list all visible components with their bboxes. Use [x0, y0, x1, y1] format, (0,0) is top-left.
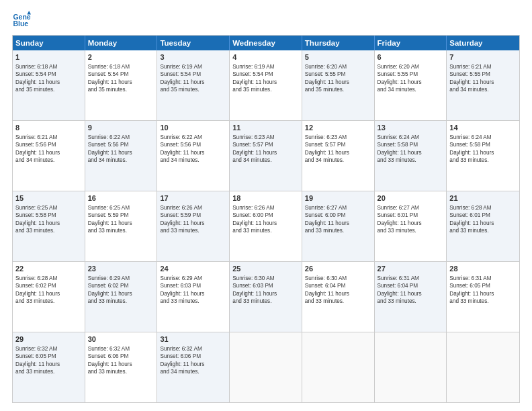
- calendar-cell: [302, 332, 375, 402]
- day-info: Sunrise: 6:18 AM Sunset: 5:54 PM Dayligh…: [88, 63, 154, 94]
- day-info: Sunrise: 6:32 AM Sunset: 6:06 PM Dayligh…: [88, 345, 154, 376]
- calendar-cell: 30Sunrise: 6:32 AM Sunset: 6:06 PM Dayli…: [85, 332, 158, 402]
- calendar-cell: 29Sunrise: 6:32 AM Sunset: 6:05 PM Dayli…: [13, 332, 85, 402]
- calendar-cell: 14Sunrise: 6:24 AM Sunset: 5:58 PM Dayli…: [447, 121, 519, 191]
- day-info: Sunrise: 6:21 AM Sunset: 5:55 PM Dayligh…: [449, 63, 517, 94]
- calendar: SundayMondayTuesdayWednesdayThursdayFrid…: [12, 35, 520, 403]
- calendar-week-1: 1Sunrise: 6:18 AM Sunset: 5:54 PM Daylig…: [13, 50, 519, 121]
- day-info: Sunrise: 6:19 AM Sunset: 5:54 PM Dayligh…: [232, 63, 299, 94]
- calendar-cell: 31Sunrise: 6:32 AM Sunset: 6:06 PM Dayli…: [157, 332, 230, 402]
- day-number: 30: [88, 334, 154, 345]
- calendar-cell: 26Sunrise: 6:30 AM Sunset: 6:04 PM Dayli…: [302, 262, 375, 332]
- day-number: 23: [88, 264, 154, 274]
- calendar-cell: [230, 332, 302, 402]
- svg-text:Blue: Blue: [13, 19, 28, 28]
- day-number: 15: [15, 193, 82, 203]
- day-info: Sunrise: 6:22 AM Sunset: 5:56 PM Dayligh…: [160, 134, 226, 165]
- calendar-cell: 28Sunrise: 6:31 AM Sunset: 6:05 PM Dayli…: [447, 262, 519, 332]
- day-info: Sunrise: 6:22 AM Sunset: 5:56 PM Dayligh…: [88, 134, 154, 165]
- day-number: 7: [449, 52, 517, 62]
- calendar-cell: [375, 332, 447, 402]
- calendar-cell: 4Sunrise: 6:19 AM Sunset: 5:54 PM Daylig…: [230, 50, 302, 120]
- calendar-cell: 7Sunrise: 6:21 AM Sunset: 5:55 PM Daylig…: [447, 50, 519, 120]
- calendar-cell: 3Sunrise: 6:19 AM Sunset: 5:54 PM Daylig…: [157, 50, 230, 120]
- day-number: 5: [305, 52, 371, 62]
- logo: General Blue: [12, 11, 32, 30]
- day-info: Sunrise: 6:23 AM Sunset: 5:57 PM Dayligh…: [305, 134, 371, 165]
- day-number: 11: [232, 123, 299, 133]
- calendar-cell: 5Sunrise: 6:20 AM Sunset: 5:55 PM Daylig…: [302, 50, 375, 120]
- calendar-cell: 25Sunrise: 6:30 AM Sunset: 6:03 PM Dayli…: [230, 262, 302, 332]
- day-info: Sunrise: 6:18 AM Sunset: 5:54 PM Dayligh…: [15, 63, 82, 94]
- header: General Blue: [12, 11, 520, 30]
- calendar-cell: 16Sunrise: 6:25 AM Sunset: 5:59 PM Dayli…: [85, 191, 158, 261]
- calendar-cell: 19Sunrise: 6:27 AM Sunset: 6:00 PM Dayli…: [302, 191, 375, 261]
- day-number: 9: [88, 123, 154, 133]
- day-number: 6: [378, 52, 444, 62]
- calendar-cell: 24Sunrise: 6:29 AM Sunset: 6:03 PM Dayli…: [157, 262, 230, 332]
- day-info: Sunrise: 6:32 AM Sunset: 6:06 PM Dayligh…: [160, 345, 226, 376]
- day-number: 31: [160, 334, 226, 345]
- day-info: Sunrise: 6:23 AM Sunset: 5:57 PM Dayligh…: [232, 134, 299, 165]
- day-info: Sunrise: 6:28 AM Sunset: 6:01 PM Dayligh…: [449, 204, 517, 235]
- day-number: 27: [378, 264, 444, 274]
- logo-icon: General Blue: [12, 11, 31, 30]
- day-number: 18: [232, 193, 299, 203]
- calendar-cell: 13Sunrise: 6:24 AM Sunset: 5:58 PM Dayli…: [375, 121, 447, 191]
- calendar-week-2: 8Sunrise: 6:21 AM Sunset: 5:56 PM Daylig…: [13, 121, 519, 191]
- calendar-cell: 1Sunrise: 6:18 AM Sunset: 5:54 PM Daylig…: [13, 50, 85, 120]
- calendar-cell: 10Sunrise: 6:22 AM Sunset: 5:56 PM Dayli…: [157, 121, 230, 191]
- day-info: Sunrise: 6:21 AM Sunset: 5:56 PM Dayligh…: [15, 134, 82, 165]
- header-day-friday: Friday: [375, 36, 447, 50]
- day-number: 20: [378, 193, 444, 203]
- day-number: 28: [449, 264, 517, 274]
- calendar-cell: 9Sunrise: 6:22 AM Sunset: 5:56 PM Daylig…: [85, 121, 158, 191]
- day-number: 17: [160, 193, 226, 203]
- day-info: Sunrise: 6:30 AM Sunset: 6:03 PM Dayligh…: [232, 275, 299, 306]
- calendar-cell: 27Sunrise: 6:31 AM Sunset: 6:04 PM Dayli…: [375, 262, 447, 332]
- day-info: Sunrise: 6:26 AM Sunset: 5:59 PM Dayligh…: [160, 204, 226, 235]
- calendar-cell: 17Sunrise: 6:26 AM Sunset: 5:59 PM Dayli…: [157, 191, 230, 261]
- calendar-cell: 22Sunrise: 6:28 AM Sunset: 6:02 PM Dayli…: [13, 262, 85, 332]
- header-day-tuesday: Tuesday: [157, 36, 230, 50]
- calendar-header: SundayMondayTuesdayWednesdayThursdayFrid…: [13, 36, 519, 50]
- header-day-wednesday: Wednesday: [230, 36, 302, 50]
- day-number: 26: [305, 264, 371, 274]
- day-number: 19: [305, 193, 371, 203]
- day-number: 10: [160, 123, 226, 133]
- day-number: 21: [449, 193, 517, 203]
- day-number: 8: [15, 123, 82, 133]
- day-info: Sunrise: 6:24 AM Sunset: 5:58 PM Dayligh…: [378, 134, 444, 165]
- day-number: 13: [378, 123, 444, 133]
- calendar-week-5: 29Sunrise: 6:32 AM Sunset: 6:05 PM Dayli…: [13, 332, 519, 402]
- calendar-cell: 6Sunrise: 6:20 AM Sunset: 5:55 PM Daylig…: [375, 50, 447, 120]
- day-number: 24: [160, 264, 226, 274]
- calendar-cell: 23Sunrise: 6:29 AM Sunset: 6:02 PM Dayli…: [85, 262, 158, 332]
- day-number: 2: [88, 52, 154, 62]
- calendar-cell: 15Sunrise: 6:25 AM Sunset: 5:58 PM Dayli…: [13, 191, 85, 261]
- calendar-cell: 18Sunrise: 6:26 AM Sunset: 6:00 PM Dayli…: [230, 191, 302, 261]
- header-day-sunday: Sunday: [13, 36, 85, 50]
- day-info: Sunrise: 6:25 AM Sunset: 5:59 PM Dayligh…: [88, 204, 154, 235]
- calendar-cell: 12Sunrise: 6:23 AM Sunset: 5:57 PM Dayli…: [302, 121, 375, 191]
- day-info: Sunrise: 6:29 AM Sunset: 6:03 PM Dayligh…: [160, 275, 226, 306]
- day-number: 3: [160, 52, 226, 62]
- day-number: 4: [232, 52, 299, 62]
- day-info: Sunrise: 6:28 AM Sunset: 6:02 PM Dayligh…: [15, 275, 82, 306]
- day-number: 14: [449, 123, 517, 133]
- day-info: Sunrise: 6:26 AM Sunset: 6:00 PM Dayligh…: [232, 204, 299, 235]
- day-info: Sunrise: 6:27 AM Sunset: 6:00 PM Dayligh…: [305, 204, 371, 235]
- day-info: Sunrise: 6:32 AM Sunset: 6:05 PM Dayligh…: [15, 345, 82, 376]
- day-info: Sunrise: 6:19 AM Sunset: 5:54 PM Dayligh…: [160, 63, 226, 94]
- day-info: Sunrise: 6:31 AM Sunset: 6:05 PM Dayligh…: [449, 275, 517, 306]
- calendar-body: 1Sunrise: 6:18 AM Sunset: 5:54 PM Daylig…: [13, 50, 519, 402]
- page: General Blue SundayMondayTuesdayWednesda…: [0, 0, 532, 411]
- header-day-thursday: Thursday: [302, 36, 375, 50]
- day-number: 25: [232, 264, 299, 274]
- calendar-cell: 2Sunrise: 6:18 AM Sunset: 5:54 PM Daylig…: [85, 50, 158, 120]
- calendar-cell: 8Sunrise: 6:21 AM Sunset: 5:56 PM Daylig…: [13, 121, 85, 191]
- day-number: 22: [15, 264, 82, 274]
- day-info: Sunrise: 6:25 AM Sunset: 5:58 PM Dayligh…: [15, 204, 82, 235]
- calendar-cell: [447, 332, 519, 402]
- calendar-cell: 20Sunrise: 6:27 AM Sunset: 6:01 PM Dayli…: [375, 191, 447, 261]
